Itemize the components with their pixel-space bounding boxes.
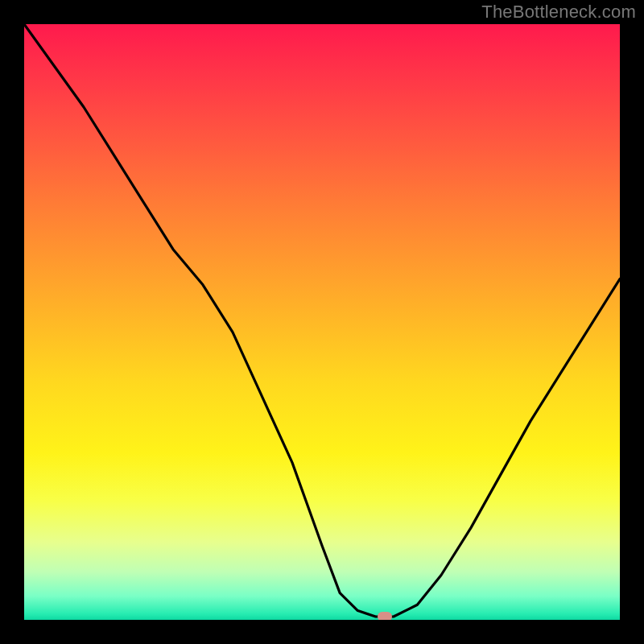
- optimal-point-marker: [378, 612, 392, 620]
- plot-area: [24, 24, 620, 620]
- bottleneck-curve: [24, 24, 620, 617]
- chart-frame: TheBottleneck.com: [0, 0, 644, 644]
- curve-svg: [24, 24, 620, 620]
- watermark-text: TheBottleneck.com: [481, 2, 636, 23]
